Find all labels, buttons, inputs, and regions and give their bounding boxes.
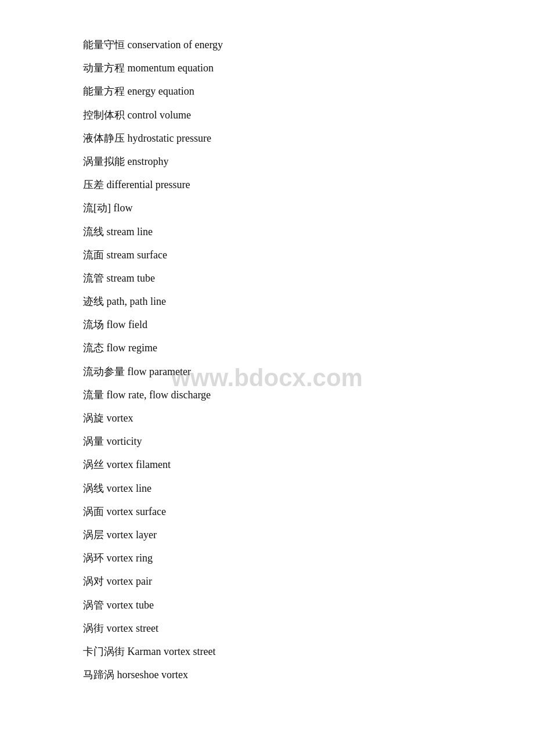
- term-line: 涡层 vortex layer: [83, 525, 451, 545]
- term-line: 流面 stream surface: [83, 245, 451, 265]
- term-line: 能量守恒 conservation of energy: [83, 35, 451, 55]
- term-line: 流量 flow rate, flow discharge: [83, 385, 451, 405]
- term-line: 涡面 vortex surface: [83, 502, 451, 521]
- term-line: 能量方程 energy equation: [83, 81, 451, 101]
- term-line: 涡线 vortex line: [83, 478, 451, 498]
- term-line: 动量方程 momentum equation: [83, 58, 451, 78]
- term-line: 控制体积 control volume: [83, 105, 451, 125]
- term-line: 卡门涡街 Karman vortex street: [83, 642, 451, 661]
- term-line: 涡丝 vortex filament: [83, 455, 451, 474]
- term-line: 涡旋 vortex: [83, 408, 451, 428]
- term-line: 涡街 vortex street: [83, 618, 451, 638]
- term-line: 流动参量 flow parameter: [83, 362, 451, 381]
- term-line: 涡环 vortex ring: [83, 548, 451, 568]
- term-line: 流态 flow regime: [83, 338, 451, 358]
- term-line: 流场 flow field: [83, 315, 451, 334]
- term-line: 流管 stream tube: [83, 268, 451, 288]
- term-line: 液体静压 hydrostatic pressure: [83, 128, 451, 148]
- term-line: 压差 differential pressure: [83, 175, 451, 195]
- term-line: 涡量 vorticity: [83, 431, 451, 451]
- term-line: 流线 stream line: [83, 222, 451, 242]
- content-area: 能量守恒 conservation of energy动量方程 momentum…: [0, 0, 534, 723]
- term-line: 涡管 vortex tube: [83, 595, 451, 615]
- term-line: 涡对 vortex pair: [83, 571, 451, 591]
- term-line: 涡量拟能 enstrophy: [83, 152, 451, 171]
- term-line: 迹线 path, path line: [83, 291, 451, 311]
- term-line: 马蹄涡 horseshoe vortex: [83, 665, 451, 685]
- term-line: 流[动] flow: [83, 198, 451, 218]
